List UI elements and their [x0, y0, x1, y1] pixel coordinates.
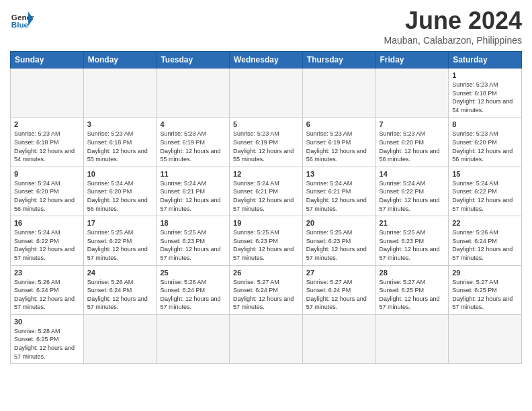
day-info: Sunrise: 5:27 AM Sunset: 6:24 PM Dayligh…: [233, 278, 299, 312]
weekday-header-thursday: Thursday: [302, 52, 375, 68]
calendar-cell: [83, 68, 157, 118]
calendar-cell: 12Sunrise: 5:24 AM Sunset: 6:21 PM Dayli…: [230, 167, 303, 216]
day-info: Sunrise: 5:25 AM Sunset: 6:23 PM Dayligh…: [233, 228, 299, 262]
calendar-cell: 11Sunrise: 5:24 AM Sunset: 6:21 PM Dayli…: [157, 167, 230, 216]
weekday-header-monday: Monday: [83, 52, 157, 68]
day-info: Sunrise: 5:23 AM Sunset: 6:19 PM Dayligh…: [233, 130, 299, 163]
calendar-cell: 23Sunrise: 5:26 AM Sunset: 6:24 PM Dayli…: [11, 265, 84, 314]
day-info: Sunrise: 5:24 AM Sunset: 6:20 PM Dayligh…: [87, 179, 153, 213]
day-number: 5: [233, 120, 299, 128]
calendar-cell: 6Sunrise: 5:23 AM Sunset: 6:19 PM Daylig…: [302, 118, 375, 167]
calendar-cell: 29Sunrise: 5:27 AM Sunset: 6:25 PM Dayli…: [449, 265, 522, 314]
calendar-cell: 17Sunrise: 5:25 AM Sunset: 6:22 PM Dayli…: [83, 216, 157, 265]
day-number: 24: [87, 269, 153, 277]
day-number: 20: [306, 219, 372, 227]
day-info: Sunrise: 5:24 AM Sunset: 6:21 PM Dayligh…: [233, 179, 299, 213]
day-number: 4: [160, 120, 226, 128]
calendar-cell: 27Sunrise: 5:27 AM Sunset: 6:24 PM Dayli…: [302, 265, 375, 314]
day-number: 28: [380, 269, 445, 277]
day-info: Sunrise: 5:24 AM Sunset: 6:20 PM Dayligh…: [14, 179, 80, 213]
day-number: 18: [160, 219, 226, 227]
calendar-cell: [449, 314, 522, 363]
month-title: June 2024: [384, 7, 522, 35]
day-number: 30: [14, 318, 80, 326]
day-number: 11: [160, 170, 226, 178]
day-number: 12: [233, 170, 299, 178]
weekday-header-wednesday: Wednesday: [230, 52, 303, 68]
weekday-header-tuesday: Tuesday: [157, 52, 230, 68]
calendar-cell: 13Sunrise: 5:24 AM Sunset: 6:21 PM Dayli…: [302, 167, 375, 216]
calendar-cell: [375, 68, 449, 118]
calendar-cell: 20Sunrise: 5:25 AM Sunset: 6:23 PM Dayli…: [302, 216, 375, 265]
weekday-header-sunday: Sunday: [11, 52, 84, 68]
day-info: Sunrise: 5:23 AM Sunset: 6:18 PM Dayligh…: [14, 130, 80, 163]
calendar-week-row: 9Sunrise: 5:24 AM Sunset: 6:20 PM Daylig…: [11, 167, 522, 216]
weekday-header-friday: Friday: [375, 52, 449, 68]
day-number: 9: [14, 170, 80, 178]
day-number: 15: [452, 170, 518, 178]
day-info: Sunrise: 5:27 AM Sunset: 6:25 PM Dayligh…: [452, 278, 518, 312]
day-number: 14: [380, 170, 445, 178]
day-number: 29: [452, 269, 518, 277]
day-info: Sunrise: 5:26 AM Sunset: 6:24 PM Dayligh…: [452, 228, 518, 262]
day-info: Sunrise: 5:23 AM Sunset: 6:19 PM Dayligh…: [160, 130, 226, 163]
calendar-cell: 3Sunrise: 5:23 AM Sunset: 6:18 PM Daylig…: [83, 118, 157, 167]
title-area: June 2024 Mauban, Calabarzon, Philippine…: [384, 7, 522, 46]
day-number: 23: [14, 269, 80, 277]
day-info: Sunrise: 5:23 AM Sunset: 6:18 PM Dayligh…: [87, 130, 153, 163]
day-number: 26: [233, 269, 299, 277]
calendar-cell: 26Sunrise: 5:27 AM Sunset: 6:24 PM Dayli…: [230, 265, 303, 314]
calendar-cell: 5Sunrise: 5:23 AM Sunset: 6:19 PM Daylig…: [230, 118, 303, 167]
calendar-cell: 24Sunrise: 5:26 AM Sunset: 6:24 PM Dayli…: [83, 265, 157, 314]
calendar-week-row: 23Sunrise: 5:26 AM Sunset: 6:24 PM Dayli…: [11, 265, 522, 314]
day-info: Sunrise: 5:26 AM Sunset: 6:24 PM Dayligh…: [160, 278, 226, 312]
day-number: 21: [380, 219, 445, 227]
day-info: Sunrise: 5:27 AM Sunset: 6:24 PM Dayligh…: [306, 278, 372, 312]
day-info: Sunrise: 5:25 AM Sunset: 6:22 PM Dayligh…: [87, 228, 153, 262]
calendar-cell: 4Sunrise: 5:23 AM Sunset: 6:19 PM Daylig…: [157, 118, 230, 167]
day-number: 2: [14, 120, 80, 128]
calendar-cell: [11, 68, 84, 118]
day-number: 7: [380, 120, 445, 128]
calendar-cell: [157, 314, 230, 363]
calendar-cell: 8Sunrise: 5:23 AM Sunset: 6:20 PM Daylig…: [449, 118, 522, 167]
calendar-cell: 21Sunrise: 5:25 AM Sunset: 6:23 PM Dayli…: [375, 216, 449, 265]
calendar-week-row: 16Sunrise: 5:24 AM Sunset: 6:22 PM Dayli…: [11, 216, 522, 265]
calendar-cell: [302, 314, 375, 363]
calendar-cell: 9Sunrise: 5:24 AM Sunset: 6:20 PM Daylig…: [11, 167, 84, 216]
day-info: Sunrise: 5:25 AM Sunset: 6:23 PM Dayligh…: [160, 228, 226, 262]
calendar-cell: 2Sunrise: 5:23 AM Sunset: 6:18 PM Daylig…: [11, 118, 84, 167]
calendar-week-row: 1Sunrise: 5:23 AM Sunset: 6:18 PM Daylig…: [11, 68, 522, 118]
day-number: 6: [306, 120, 372, 128]
weekday-header-saturday: Saturday: [449, 52, 522, 68]
calendar-cell: 14Sunrise: 5:24 AM Sunset: 6:22 PM Dayli…: [375, 167, 449, 216]
calendar-cell: 16Sunrise: 5:24 AM Sunset: 6:22 PM Dayli…: [11, 216, 84, 265]
day-number: 27: [306, 269, 372, 277]
calendar-cell: 15Sunrise: 5:24 AM Sunset: 6:22 PM Dayli…: [449, 167, 522, 216]
logo: General Blue: [10, 7, 34, 31]
day-info: Sunrise: 5:23 AM Sunset: 6:18 PM Dayligh…: [452, 81, 518, 114]
calendar-cell: 19Sunrise: 5:25 AM Sunset: 6:23 PM Dayli…: [230, 216, 303, 265]
calendar-cell: 28Sunrise: 5:27 AM Sunset: 6:25 PM Dayli…: [375, 265, 449, 314]
day-info: Sunrise: 5:26 AM Sunset: 6:24 PM Dayligh…: [87, 278, 153, 312]
calendar-cell: 30Sunrise: 5:28 AM Sunset: 6:25 PM Dayli…: [11, 314, 84, 363]
calendar-cell: [157, 68, 230, 118]
logo-icon: General Blue: [10, 7, 34, 31]
day-info: Sunrise: 5:23 AM Sunset: 6:20 PM Dayligh…: [452, 130, 518, 163]
day-info: Sunrise: 5:24 AM Sunset: 6:22 PM Dayligh…: [380, 179, 445, 213]
day-number: 10: [87, 170, 153, 178]
calendar-cell: 18Sunrise: 5:25 AM Sunset: 6:23 PM Dayli…: [157, 216, 230, 265]
day-info: Sunrise: 5:26 AM Sunset: 6:24 PM Dayligh…: [14, 278, 80, 312]
weekday-header-row: SundayMondayTuesdayWednesdayThursdayFrid…: [11, 52, 522, 68]
calendar-cell: 7Sunrise: 5:23 AM Sunset: 6:20 PM Daylig…: [375, 118, 449, 167]
day-number: 16: [14, 219, 80, 227]
day-number: 3: [87, 120, 153, 128]
page-header: General Blue June 2024 Mauban, Calabarzo…: [10, 7, 522, 46]
day-info: Sunrise: 5:24 AM Sunset: 6:22 PM Dayligh…: [14, 228, 80, 262]
calendar-cell: 25Sunrise: 5:26 AM Sunset: 6:24 PM Dayli…: [157, 265, 230, 314]
day-info: Sunrise: 5:24 AM Sunset: 6:21 PM Dayligh…: [160, 179, 226, 213]
calendar-cell: [83, 314, 157, 363]
day-info: Sunrise: 5:25 AM Sunset: 6:23 PM Dayligh…: [306, 228, 372, 262]
calendar-cell: [375, 314, 449, 363]
day-info: Sunrise: 5:23 AM Sunset: 6:20 PM Dayligh…: [380, 130, 445, 163]
